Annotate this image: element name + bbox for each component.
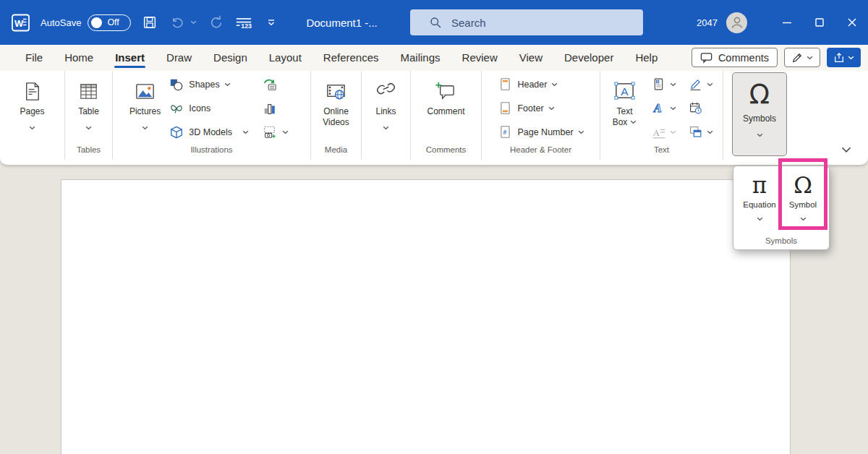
tab-home[interactable]: Home	[54, 46, 104, 70]
date-time-button[interactable]	[683, 96, 718, 120]
header-button[interactable]: Header	[492, 72, 589, 96]
text-box-button[interactable]: A Text Box	[605, 72, 644, 145]
drop-cap-button[interactable]: A	[646, 120, 681, 144]
document-page[interactable]	[61, 179, 791, 454]
chevron-down-icon	[548, 106, 555, 111]
tab-help[interactable]: Help	[624, 46, 668, 70]
shapes-button[interactable]: Shapes	[163, 72, 254, 96]
page-number-icon: #	[497, 124, 513, 140]
illustrations-group: Pictures Shapes Ico	[113, 71, 311, 160]
maximize-icon[interactable]	[803, 0, 835, 45]
footer-button[interactable]: Footer	[492, 96, 589, 120]
chevron-down-icon	[670, 106, 676, 111]
equation-label: Equation	[743, 200, 775, 209]
page-number-label: Page Number	[517, 127, 573, 137]
tab-references[interactable]: References	[312, 46, 390, 70]
omega-icon: Ω	[749, 80, 770, 109]
minimize-icon[interactable]	[770, 0, 803, 45]
share-button[interactable]	[827, 48, 861, 67]
title-bar: W AutoSave Off 123	[0, 0, 868, 45]
tab-file[interactable]: File	[14, 46, 54, 70]
pictures-button[interactable]: Pictures	[129, 72, 161, 145]
tab-draw[interactable]: Draw	[156, 46, 203, 70]
pi-icon: π	[752, 171, 767, 199]
object-button[interactable]	[683, 120, 718, 144]
autosave-label: AutoSave	[41, 17, 81, 28]
chevron-down-icon	[707, 130, 713, 134]
header-icon	[497, 77, 513, 93]
footer-label: Footer	[517, 103, 543, 113]
pages-button[interactable]: Pages	[20, 72, 44, 145]
pictures-label: Pictures	[129, 106, 161, 117]
text-box-label-2: Box	[613, 117, 637, 128]
word-logo-icon[interactable]: W	[11, 13, 30, 33]
links-label: Links	[375, 106, 396, 117]
svg-text:W: W	[14, 18, 24, 29]
text-group: A Text Box	[600, 71, 723, 160]
smartart-button[interactable]	[257, 72, 294, 96]
chevron-down-icon	[142, 120, 148, 133]
symbol-button[interactable]: Ω Symbol	[782, 170, 824, 231]
links-group: Links	[362, 71, 411, 160]
tab-review[interactable]: Review	[451, 46, 509, 70]
chevron-down-icon	[800, 211, 807, 224]
screenshot-button[interactable]	[257, 120, 294, 144]
tab-insert[interactable]: Insert	[104, 46, 156, 70]
svg-text:A: A	[621, 85, 629, 97]
comment-button[interactable]: Comment	[427, 72, 464, 145]
collapse-ribbon-icon[interactable]	[841, 143, 852, 156]
symbols-button[interactable]: Ω Symbols	[732, 72, 787, 156]
close-icon[interactable]	[835, 0, 868, 45]
header-footer-group: Header Footer # Page Numb	[482, 71, 600, 160]
icons-button[interactable]: Icons	[163, 96, 254, 120]
wordart-button[interactable]: A	[646, 96, 681, 120]
table-label: Table	[78, 106, 99, 117]
comments-button[interactable]: Comments	[692, 48, 778, 67]
illustrations-group-label: Illustrations	[113, 145, 310, 160]
symbols-group: Ω Symbols	[723, 71, 796, 160]
tab-developer[interactable]: Developer	[553, 46, 624, 70]
save-icon[interactable]	[141, 14, 158, 31]
tab-view[interactable]: View	[509, 46, 553, 70]
numbered-list-icon[interactable]: 123	[235, 14, 252, 31]
links-button[interactable]: Links	[375, 72, 397, 145]
object-icon	[688, 124, 704, 140]
chevron-down-icon	[282, 130, 289, 134]
undo-chevron-icon	[189, 14, 197, 31]
chevron-down-icon	[670, 130, 676, 134]
quick-parts-icon	[651, 77, 667, 93]
wordart-icon: A	[651, 100, 667, 116]
share-icon	[833, 52, 845, 64]
chevron-down-icon	[29, 120, 35, 133]
autosave-control: AutoSave Off	[41, 14, 131, 31]
tab-design[interactable]: Design	[203, 46, 258, 70]
tab-mailings[interactable]: Mailings	[390, 46, 451, 70]
undo-icon	[169, 14, 186, 31]
chart-button[interactable]	[257, 96, 294, 120]
3d-models-button[interactable]: 3D Models	[163, 120, 254, 144]
avatar-icon[interactable]	[726, 12, 747, 33]
chevron-down-icon	[224, 82, 231, 87]
signature-line-button[interactable]	[683, 72, 718, 96]
autosave-toggle[interactable]: Off	[88, 14, 131, 31]
online-videos-button[interactable]: Online Videos	[323, 72, 349, 145]
editing-mode-button[interactable]	[784, 48, 820, 67]
smartart-icon	[262, 77, 278, 93]
omega-icon: Ω	[793, 171, 812, 199]
quick-parts-button[interactable]	[646, 72, 681, 96]
table-button[interactable]: Table	[77, 72, 100, 145]
account-id: 2047	[697, 17, 718, 28]
chart-icon	[262, 100, 278, 116]
svg-text:A: A	[652, 101, 661, 115]
tab-layout[interactable]: Layout	[258, 46, 312, 70]
search-input[interactable]: Search	[410, 9, 643, 35]
page-number-button[interactable]: # Page Number	[492, 120, 589, 144]
document-title[interactable]: Document1 -...	[306, 17, 377, 29]
signature-line-icon	[688, 77, 704, 93]
chevron-down-icon	[85, 120, 92, 133]
online-videos-icon	[325, 77, 347, 103]
qat-customize-icon[interactable]	[263, 14, 280, 31]
header-label: Header	[517, 80, 547, 90]
comments-bubble-icon	[700, 52, 713, 64]
equation-button[interactable]: π Equation	[739, 170, 780, 231]
